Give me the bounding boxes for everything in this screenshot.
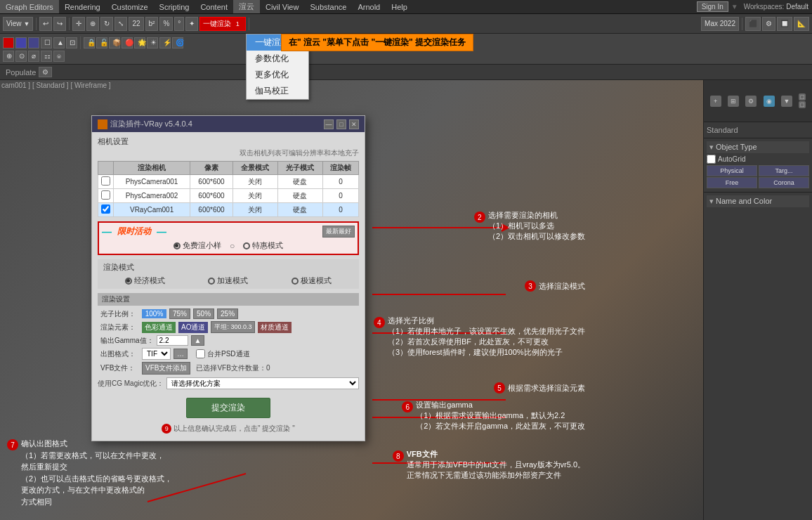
rm-radio3[interactable]	[292, 278, 299, 285]
rp-icon2[interactable]: ⊞	[728, 96, 739, 107]
rm-turbo[interactable]: 极速模式	[292, 275, 332, 286]
target-btn[interactable]: Targ...	[759, 165, 809, 176]
toolbar-mirr[interactable]: 22	[129, 17, 143, 31]
tb2-btn10[interactable]: 🔴	[122, 37, 133, 48]
tb2-btn11[interactable]: 🌟	[134, 37, 145, 48]
tb2-btn12[interactable]: ☀	[147, 37, 158, 48]
menu-civil-view[interactable]: Civil View	[260, 0, 304, 13]
menu-help[interactable]: Help	[386, 0, 413, 13]
rp-mini1[interactable]: □	[799, 93, 806, 100]
tb2-r2-btn1[interactable]: ⊕	[3, 51, 14, 62]
rm-radio2[interactable]	[208, 278, 215, 285]
toolbar-pct[interactable]: %	[159, 17, 173, 31]
menu-scripting[interactable]: Scripting	[154, 0, 195, 13]
toolbar-rotate[interactable]: ↻	[100, 17, 113, 31]
cam1-checkbox[interactable]	[101, 190, 110, 200]
rp-icon4[interactable]: ◉	[764, 96, 775, 107]
auto-grid-checkbox[interactable]	[707, 155, 716, 164]
auto-grid-label[interactable]: AutoGrid	[707, 155, 809, 164]
physical-btn[interactable]: Physical	[707, 165, 757, 176]
free-btn[interactable]: Free	[707, 177, 757, 188]
tb2-btn4[interactable]: ☐	[41, 37, 52, 48]
cam0-checkbox[interactable]	[101, 176, 110, 186]
menu-arnold[interactable]: Arnold	[352, 0, 386, 13]
rm-radio1[interactable]	[125, 278, 132, 285]
tb2-r2-btn5[interactable]: ⍟	[53, 51, 65, 62]
cam1-cb[interactable]	[98, 189, 114, 203]
rp-icon5[interactable]: ▼	[781, 96, 792, 107]
toolbar-icon2[interactable]: ⚙	[762, 17, 775, 31]
menu-substance[interactable]: Substance	[304, 0, 352, 13]
vfb-add-btn[interactable]: VFB文件添加	[142, 362, 190, 375]
dropdown-more-opt[interactable]: 更多优化	[247, 67, 308, 83]
color-channel[interactable]: 色彩通道	[142, 322, 176, 333]
gamma-spin-up[interactable]: ▲	[191, 335, 205, 346]
tb2-btn14[interactable]: 🌀	[172, 37, 183, 48]
one-click-render-btn[interactable]: 一键渲染 1	[199, 17, 246, 31]
submit-render-btn[interactable]: 提交渲染	[186, 398, 270, 418]
cam-row-1[interactable]: PhysCamera002 600*600 关闭 硬盘 0	[98, 189, 359, 203]
photon-50[interactable]: 50%	[193, 308, 214, 319]
rp-icon3[interactable]: ⚙	[745, 96, 757, 107]
toolbar-icon4[interactable]: 📐	[794, 17, 809, 31]
sign-in-button[interactable]: Sign In	[697, 1, 728, 12]
cgmagic-select[interactable]: 请选择优化方案	[166, 377, 359, 389]
tb2-btn3[interactable]	[28, 37, 39, 48]
rp-icon1[interactable]: +	[710, 96, 721, 107]
photon-100[interactable]: 100%	[142, 309, 166, 318]
rm-economy[interactable]: 经济模式	[125, 275, 165, 286]
tb2-btn8[interactable]: 🔓	[96, 37, 107, 48]
toolbar-scale[interactable]: ⤡	[114, 17, 127, 31]
toolbar-icon1[interactable]: ⬛	[745, 17, 761, 31]
toolbar-b[interactable]: b²	[145, 17, 159, 31]
tb2-btn5[interactable]: ▲	[53, 37, 65, 48]
cam2-checkbox[interactable]	[101, 204, 110, 214]
material-channel[interactable]: 材质通道	[258, 322, 292, 333]
toolbar-move[interactable]: ⊕	[86, 17, 99, 31]
toolbar-select[interactable]: ✛	[72, 17, 85, 31]
tb2-btn1[interactable]	[3, 37, 14, 48]
refresh-btn[interactable]: 最新最好	[322, 226, 355, 238]
menu-rendering[interactable]: Rendering	[59, 0, 106, 13]
dialog-minimize[interactable]: —	[324, 119, 334, 129]
promo-radio1[interactable]	[173, 242, 181, 249]
name-color-title[interactable]: Name and Color	[707, 195, 809, 207]
menu-yuncloud[interactable]: 渲云	[233, 0, 260, 13]
toolbar-undo[interactable]: ↩	[39, 17, 52, 31]
menu-graph-editors[interactable]: Graph Editors	[0, 0, 59, 13]
promo-option1-label[interactable]: 免费渲小样	[173, 240, 221, 251]
corona-btn[interactable]: Corona	[759, 177, 809, 188]
tb2-r2-btn3[interactable]: ⌀	[28, 51, 39, 62]
menu-customize[interactable]: Customize	[106, 0, 154, 13]
dropdown-gamma[interactable]: 伽马校正	[247, 83, 308, 99]
rp-mini2[interactable]: □	[799, 101, 806, 108]
tb2-btn7[interactable]: 🔒	[84, 37, 95, 48]
toolbar-redo[interactable]: ↪	[53, 17, 66, 31]
toolbar-icon3[interactable]: 🔲	[777, 17, 792, 31]
promo-option2-label[interactable]: 特惠模式	[243, 240, 283, 251]
dialog-close[interactable]: ✕	[349, 119, 359, 129]
toolbar-ang[interactable]: °	[174, 17, 184, 31]
cam-row-0[interactable]: PhysCamera001 600*600 关闭 硬盘 0	[98, 175, 359, 189]
ao-channel[interactable]: AO通道	[178, 322, 208, 333]
photon-25[interactable]: 25%	[217, 308, 238, 319]
rm-fast[interactable]: 加速模式	[208, 275, 248, 286]
format-browse-btn[interactable]: …	[173, 349, 188, 359]
dropdown-params-opt[interactable]: 参数优化	[247, 51, 308, 67]
tb2-r2-btn2[interactable]: ⊙	[15, 51, 27, 62]
populate-btn[interactable]: ⚙	[39, 67, 52, 77]
format-select[interactable]: TIF	[142, 348, 171, 360]
view-btn[interactable]: View ▼	[3, 17, 33, 31]
gamma-input[interactable]	[157, 335, 188, 346]
tb2-btn2[interactable]	[15, 37, 27, 48]
cam-row-2[interactable]: VRayCam001 600*600 关闭 硬盘 0	[98, 203, 359, 217]
menu-content[interactable]: Content	[195, 0, 233, 13]
dialog-maximize[interactable]: □	[336, 119, 346, 129]
tb2-btn6[interactable]: ⊡	[66, 37, 77, 48]
toolbar-sq[interactable]: ✦	[185, 17, 198, 31]
psd-checkbox[interactable]	[196, 349, 205, 358]
tb2-btn13[interactable]: ⚡	[159, 37, 171, 48]
photon-75[interactable]: 75%	[169, 308, 190, 319]
tb2-r2-btn4[interactable]: ⚏	[41, 51, 52, 62]
promo-radio2[interactable]	[243, 242, 250, 249]
